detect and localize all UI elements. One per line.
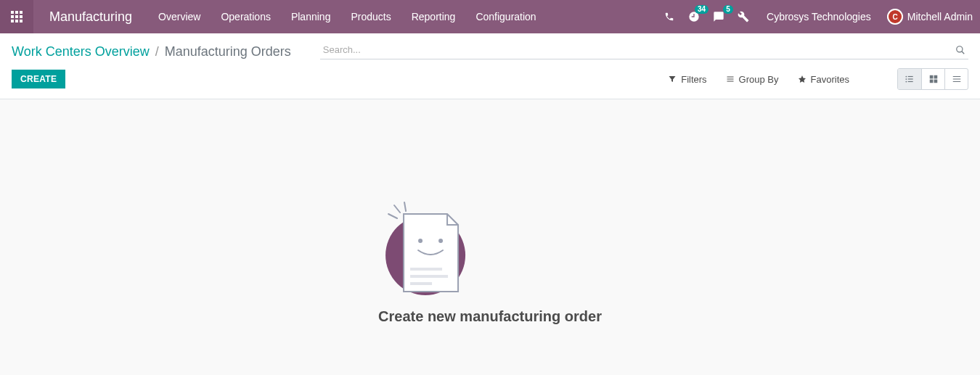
user-name: Mitchell Admin [907, 11, 973, 22]
control-panel: Work Centers Overview / Manufacturing Or… [0, 33, 980, 99]
search-bar [320, 41, 968, 59]
breadcrumb-separator: / [155, 44, 159, 59]
menu-overview[interactable]: Overview [148, 0, 211, 33]
view-switcher [897, 68, 968, 90]
svg-point-19 [905, 78, 907, 80]
svg-point-17 [905, 76, 907, 78]
svg-rect-36 [410, 268, 442, 271]
svg-point-34 [418, 239, 422, 243]
breadcrumb-link[interactable]: Work Centers Overview [12, 44, 150, 59]
view-list-button[interactable] [898, 69, 921, 89]
menu-planning[interactable]: Planning [281, 0, 341, 33]
svg-rect-8 [20, 20, 23, 22]
activities-badge: 34 [695, 5, 709, 14]
svg-rect-26 [934, 80, 937, 83]
filter-icon [668, 75, 677, 83]
apps-launcher-button[interactable] [0, 0, 33, 33]
filters-button[interactable]: Filters [668, 74, 706, 85]
svg-rect-25 [929, 80, 933, 83]
company-switcher[interactable]: Cybrosys Technologies [761, 11, 877, 22]
navbar: Manufacturing Overview Operations Planni… [0, 0, 980, 33]
menu-reporting[interactable]: Reporting [401, 0, 466, 33]
main-content: Create new manufacturing order [0, 99, 980, 375]
user-menu[interactable]: C Mitchell Admin [887, 9, 976, 25]
menu-operations[interactable]: Operations [211, 0, 280, 33]
search-options: Filters Group By Favorites [668, 68, 968, 90]
star-icon [798, 75, 807, 83]
messages-icon[interactable]: 5 [711, 9, 726, 24]
svg-rect-6 [11, 20, 14, 22]
groupby-label: Group By [739, 74, 779, 85]
svg-point-21 [905, 81, 907, 83]
activities-icon[interactable]: 34 [687, 9, 701, 24]
svg-point-35 [438, 239, 443, 243]
search-icon[interactable] [952, 45, 968, 55]
app-brand[interactable]: Manufacturing [33, 9, 148, 25]
svg-rect-1 [15, 11, 18, 14]
search-input[interactable] [320, 43, 952, 57]
svg-rect-20 [908, 78, 913, 79]
main-menu: Overview Operations Planning Products Re… [148, 0, 547, 33]
svg-line-32 [388, 214, 397, 218]
avatar: C [887, 9, 903, 25]
empty-state-illustration [378, 201, 473, 295]
svg-rect-7 [15, 20, 18, 22]
svg-line-13 [962, 51, 965, 54]
view-kanban-button[interactable] [921, 69, 944, 89]
svg-text:C: C [892, 13, 897, 21]
menu-products[interactable]: Products [340, 0, 401, 33]
empty-state: Create new manufacturing order [378, 201, 602, 325]
svg-rect-37 [410, 275, 448, 278]
menu-configuration[interactable]: Configuration [465, 0, 546, 33]
svg-rect-2 [20, 11, 23, 14]
empty-state-title: Create new manufacturing order [378, 308, 602, 325]
apps-grid-icon [11, 11, 23, 22]
messages-badge: 5 [723, 5, 733, 14]
svg-rect-23 [929, 75, 933, 79]
phone-icon[interactable] [662, 9, 677, 24]
svg-rect-3 [11, 15, 14, 18]
favorites-label: Favorites [811, 74, 849, 85]
create-button[interactable]: CREATE [12, 70, 65, 88]
view-pivot-button[interactable] [944, 69, 968, 89]
list-view-icon [905, 74, 915, 84]
pivot-view-icon [952, 74, 962, 84]
svg-point-12 [957, 46, 963, 51]
breadcrumb-current: Manufacturing Orders [165, 44, 291, 59]
svg-rect-5 [20, 15, 23, 18]
favorites-button[interactable]: Favorites [798, 74, 849, 85]
svg-rect-24 [934, 75, 937, 79]
svg-rect-22 [908, 81, 913, 82]
svg-rect-18 [908, 76, 913, 77]
groupby-button[interactable]: Group By [726, 74, 779, 85]
svg-line-31 [394, 205, 400, 213]
breadcrumb: Work Centers Overview / Manufacturing Or… [12, 44, 291, 59]
groupby-icon [726, 75, 735, 83]
systray: 34 5 Cybrosys Technologies C Mitchell Ad… [662, 9, 980, 25]
svg-rect-38 [410, 282, 432, 285]
filters-label: Filters [681, 74, 706, 85]
svg-rect-0 [11, 11, 14, 14]
svg-rect-4 [15, 15, 18, 18]
svg-line-33 [404, 202, 406, 211]
debug-icon[interactable] [736, 9, 751, 24]
kanban-view-icon [928, 74, 939, 84]
